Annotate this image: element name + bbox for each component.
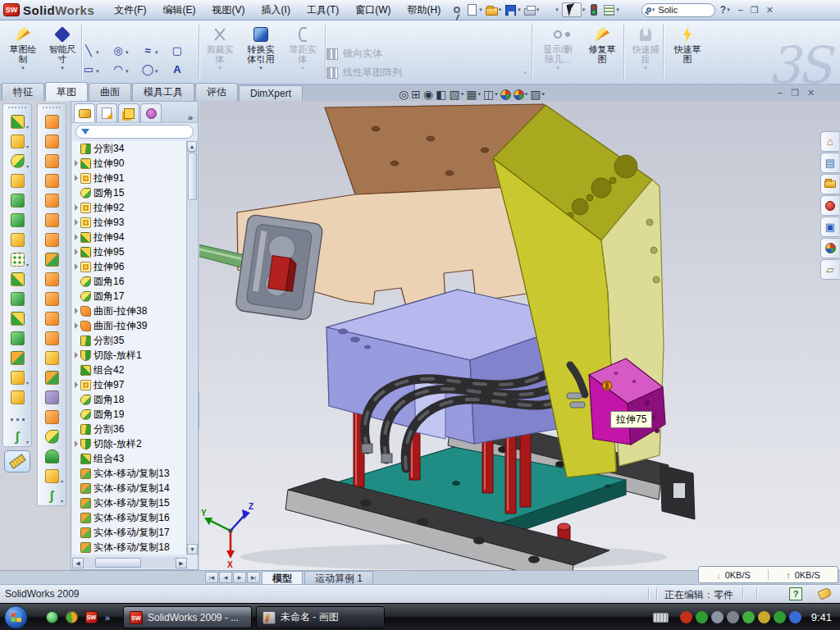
- chevron-down-icon[interactable]: ▾: [44, 65, 80, 71]
- chevron-down-icon[interactable]: ▾: [727, 7, 730, 13]
- network-blocked-icon[interactable]: [789, 611, 801, 623]
- chevron-down-icon[interactable]: ▾: [96, 68, 99, 75]
- expander-icon[interactable]: [72, 263, 80, 270]
- save-button[interactable]: ▾: [504, 2, 522, 18]
- delete-face-button[interactable]: [41, 308, 62, 328]
- chevron-down-icon[interactable]: ▾: [525, 91, 528, 98]
- trim-surface-button[interactable]: [41, 387, 62, 407]
- menu-编辑(E)[interactable]: 编辑(E): [155, 1, 204, 20]
- replace-face-button[interactable]: [41, 328, 62, 348]
- wrap-button[interactable]: [7, 230, 28, 249]
- chevron-down-icon[interactable]: ▾: [495, 91, 498, 98]
- part-slide-clamp[interactable]: [235, 214, 324, 321]
- scroll-up-button[interactable]: ▲: [187, 141, 197, 152]
- launcher-icon[interactable]: [66, 611, 78, 623]
- next-tab-button[interactable]: ▶: [233, 572, 246, 583]
- zoom-area-button[interactable]: ⊞: [411, 88, 421, 101]
- chevron-down-icon[interactable]: ▾: [155, 68, 158, 75]
- first-tab-button[interactable]: |◀: [205, 572, 218, 583]
- text-icon[interactable]: A: [171, 63, 184, 76]
- expander-icon[interactable]: [72, 175, 80, 181]
- sketch-button[interactable]: 草图绘 制▾: [3, 23, 43, 80]
- help-button[interactable]: ?: [720, 4, 726, 16]
- swept-boss-button[interactable]: [7, 171, 28, 190]
- pattern-button[interactable]: ▾: [7, 249, 28, 269]
- menu-工具(T)[interactable]: 工具(T): [299, 1, 347, 20]
- tree-item[interactable]: 实体-移动/复制13: [72, 466, 187, 481]
- chevron-down-icon[interactable]: ▾: [61, 478, 63, 484]
- zoom-selection-button[interactable]: ◉: [423, 88, 433, 101]
- menu-文件(F)[interactable]: 文件(F): [106, 1, 154, 20]
- tree-item[interactable]: 分割34: [72, 141, 187, 156]
- tree-item[interactable]: 曲面-拉伸39: [72, 318, 187, 333]
- close-button[interactable]: ✕: [766, 5, 774, 16]
- rapid-sketch-button[interactable]: 快速草 图: [666, 23, 709, 80]
- tree-item[interactable]: 分割35: [72, 333, 187, 348]
- chevron-down-icon[interactable]: ▾: [536, 7, 540, 13]
- repair-sketch-button[interactable]: 修复草 图: [582, 23, 622, 80]
- expander-icon[interactable]: [72, 204, 80, 211]
- circle-icon[interactable]: ◎: [112, 44, 125, 57]
- chevron-down-icon[interactable]: ▾: [126, 49, 129, 56]
- lofted-surface-button[interactable]: [41, 171, 62, 190]
- scroll-right-button[interactable]: ▶: [176, 558, 187, 568]
- menu-插入(I)[interactable]: 插入(I): [253, 1, 299, 20]
- chevron-down-icon[interactable]: ▾: [26, 262, 29, 267]
- quick-tips-button[interactable]: ?: [789, 587, 802, 600]
- menu-视图(V)[interactable]: 视图(V): [204, 1, 253, 20]
- extruded-boss-button[interactable]: ▾: [7, 112, 28, 131]
- dome-button[interactable]: [41, 446, 62, 466]
- chevron-down-icon[interactable]: ▾: [582, 7, 586, 13]
- tree-item[interactable]: 拉伸96: [72, 259, 187, 274]
- display-style-button[interactable]: ▧▾: [449, 88, 463, 101]
- revolved-boss-button[interactable]: ▾: [7, 131, 28, 151]
- warning-icon[interactable]: [758, 611, 770, 623]
- messenger-icon[interactable]: [46, 611, 58, 623]
- chevron-down-icon[interactable]: ▾: [26, 163, 29, 169]
- panel-tabs-overflow[interactable]: »: [188, 112, 193, 122]
- combine-button[interactable]: [7, 328, 28, 348]
- defender-plus-icon[interactable]: [774, 611, 786, 623]
- appearances-button[interactable]: [500, 89, 511, 100]
- tag-icon[interactable]: [817, 587, 832, 600]
- update-gear-icon[interactable]: [711, 611, 724, 623]
- chevron-down-icon[interactable]: ▾: [61, 498, 63, 504]
- quick-launch-overflow[interactable]: »: [105, 613, 110, 623]
- tab-草图[interactable]: 草图: [45, 82, 88, 101]
- knit-surface-button[interactable]: [41, 269, 62, 289]
- view-palette-tab[interactable]: [820, 195, 839, 216]
- fillet-button[interactable]: [41, 427, 62, 446]
- spline-icon[interactable]: ≈: [141, 44, 154, 57]
- chevron-down-icon[interactable]: ▾: [155, 49, 158, 56]
- tree-item[interactable]: 组合43: [72, 451, 187, 466]
- doc-tab-运动算例 1[interactable]: 运动算例 1: [304, 571, 373, 584]
- tree-item[interactable]: 曲面-拉伸38: [72, 304, 187, 318]
- tree-item[interactable]: 圆角19: [72, 407, 187, 422]
- expander-icon[interactable]: [72, 352, 80, 358]
- scene-button[interactable]: ▾: [514, 89, 528, 100]
- delete-body-button[interactable]: [7, 387, 28, 407]
- tree-vertical-scrollbar[interactable]: ▲ ▼: [186, 141, 197, 555]
- planar-surface-button[interactable]: [41, 230, 62, 249]
- view-orientation-button[interactable]: ▦▾: [466, 88, 481, 101]
- scroll-down-button[interactable]: ▼: [187, 544, 198, 555]
- scenes-tab[interactable]: [820, 238, 839, 258]
- tree-item[interactable]: 实体-移动/复制16: [72, 510, 187, 525]
- expander-icon[interactable]: [72, 441, 80, 447]
- menu-窗口(W)[interactable]: 窗口(W): [347, 1, 399, 20]
- revolved-surface-button[interactable]: [41, 131, 62, 151]
- extruded-surface-button[interactable]: [41, 112, 62, 131]
- extend-surface-button[interactable]: [41, 368, 62, 387]
- tree-item[interactable]: 拉伸91: [72, 171, 187, 185]
- tree-item[interactable]: 拉伸93: [72, 215, 187, 230]
- taskbar-window-2[interactable]: 未命名 - 画图: [256, 606, 385, 628]
- split-button[interactable]: [7, 308, 28, 328]
- select-arrow-button[interactable]: ▾: [561, 2, 587, 18]
- arc-icon[interactable]: ◠: [112, 63, 125, 76]
- sync-icon[interactable]: [742, 611, 755, 623]
- tree-item[interactable]: 圆角15: [72, 185, 187, 200]
- doc-close-button[interactable]: ✕: [807, 88, 815, 98]
- rectangle-icon[interactable]: ▭: [82, 63, 95, 76]
- chevron-down-icon[interactable]: ▾: [499, 7, 502, 13]
- tree-item[interactable]: 实体-移动/复制15: [72, 495, 187, 510]
